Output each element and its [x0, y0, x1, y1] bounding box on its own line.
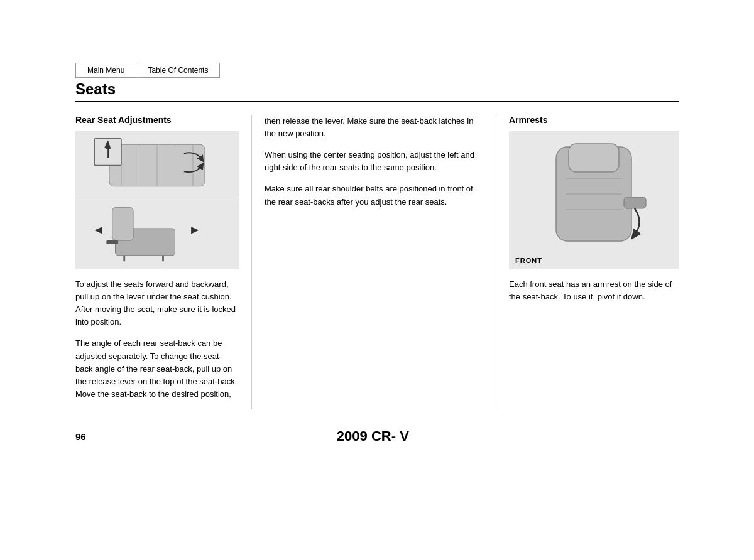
- svg-marker-13: [191, 227, 199, 234]
- right-column: Armrests: [496, 115, 679, 409]
- top-nav: Main Menu Table Of Contents Seats: [0, 0, 754, 102]
- left-column: Rear Seat Adjustments: [75, 115, 251, 409]
- left-para-1: To adjust the seats forward and backward…: [75, 278, 239, 329]
- mid-para-1: then release the lever. Make sure the se…: [265, 115, 483, 140]
- rear-bottom-diagram: [75, 200, 239, 269]
- left-para-2: The angle of each rear seat-back can be …: [75, 337, 239, 401]
- mid-para-2: When using the center seating position, …: [265, 149, 483, 174]
- page-title-section: Seats: [75, 80, 679, 102]
- rear-top-diagram: [75, 131, 239, 200]
- toc-button[interactable]: Table Of Contents: [136, 63, 220, 78]
- svg-rect-10: [112, 208, 133, 240]
- mid-para-3: Make sure all rear shoulder belts are po…: [265, 183, 483, 208]
- page-footer: 96 2009 CR- V: [0, 428, 754, 444]
- front-label: FRONT: [515, 257, 542, 264]
- svg-rect-21: [624, 197, 646, 208]
- car-model: 2009 CR- V: [86, 428, 660, 444]
- page-wrapper: Main Menu Table Of Contents Seats Rear S…: [0, 0, 754, 560]
- rear-seat-heading: Rear Seat Adjustments: [75, 115, 239, 125]
- armrests-heading: Armrests: [509, 115, 679, 125]
- rear-bottom-svg: [91, 205, 223, 264]
- svg-rect-11: [106, 240, 118, 244]
- main-menu-button[interactable]: Main Menu: [75, 63, 136, 78]
- right-para-1: Each front seat has an armrest on the si…: [509, 278, 679, 303]
- svg-rect-17: [569, 144, 619, 172]
- page-title: Seats: [75, 80, 679, 99]
- content-area: Rear Seat Adjustments: [0, 115, 754, 409]
- page-number: 96: [75, 431, 86, 442]
- nav-buttons: Main Menu Table Of Contents: [75, 63, 679, 78]
- mid-column: then release the lever. Make sure the se…: [251, 115, 496, 409]
- armrest-svg: [518, 141, 669, 260]
- rear-top-svg: [91, 136, 223, 195]
- rear-seat-illustration: [75, 131, 239, 269]
- armrest-illustration: FRONT: [509, 131, 679, 269]
- svg-marker-12: [94, 227, 102, 234]
